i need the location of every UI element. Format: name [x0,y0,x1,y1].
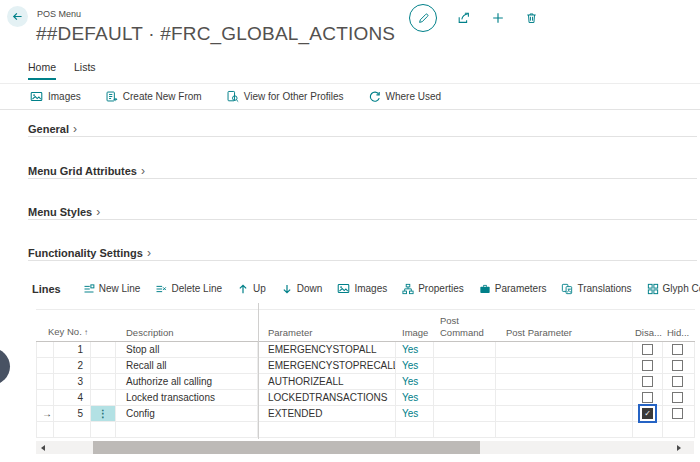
section-label: Menu Grid Attributes [28,165,137,177]
key-no-cell: 4 [54,390,91,405]
hidden-checkbox[interactable] [672,344,683,355]
down-arrow-icon [281,283,293,295]
new-line-button[interactable]: New Line [83,283,141,295]
where-used-button[interactable]: Where Used [368,90,442,103]
post-parameter-cell [496,422,633,437]
section-label: Functionality Settings [28,247,143,259]
view-for-other-profiles-button[interactable]: View for Other Profiles [226,90,344,103]
column-header[interactable]: Parameter [258,327,396,341]
new-plus-button[interactable] [491,11,505,25]
toolbar-button-label: Glyph Comparison [663,283,700,294]
lines-table: Key No. ↑DescriptionParameterImagePost C… [36,309,695,438]
fasttab-menu-grid-attributes[interactable]: Menu Grid Attributes› [28,161,697,179]
images-button[interactable]: Images [30,90,81,103]
row-selector-cell [36,374,54,389]
post-command-cell [434,342,496,357]
hidden-checkbox[interactable] [672,360,683,371]
tab-lists[interactable]: Lists [74,61,96,80]
hidden-checkbox[interactable] [672,392,683,403]
translations-icon [561,283,573,295]
horizontal-scrollbar[interactable] [36,441,694,454]
translations-button[interactable]: Translations [561,283,631,295]
properties-icon [402,283,414,295]
key-no-cell: 1 [54,342,91,357]
lines-toolbar: Lines New LineDelete LineUpDownImagesPro… [32,276,680,301]
fasttab-functionality-settings[interactable]: Functionality Settings› [28,243,697,261]
tab-strip: HomeLists [28,61,96,80]
parameters-button[interactable]: Parameters [479,283,547,295]
disabled-cell [633,342,663,357]
row-selector-cell: → [36,406,54,421]
post-parameter-cell [496,358,633,373]
row-menu-dots-icon[interactable]: ⋮ [91,406,116,421]
parameter-cell [258,422,396,437]
parameters-icon [479,283,491,295]
column-header[interactable]: Description [116,327,258,341]
table-row[interactable]: 3Authorize all callingAUTHORIZEALLYes [36,374,695,390]
scroll-left-icon[interactable] [41,445,45,451]
hidden-checkbox[interactable] [672,376,683,387]
table-row[interactable]: 2Recall allEMERGENCYSTOPRECALLYes [36,358,695,374]
create-new-from-icon [105,90,118,103]
table-row[interactable] [36,422,695,438]
disabled-checkbox[interactable] [642,376,653,387]
key-no-cell [54,422,91,437]
table-row[interactable]: 1Stop allEMERGENCYSTOPALLYes [36,342,695,358]
disabled-checkbox[interactable] [642,392,653,403]
image-yes-link[interactable]: Yes [402,360,418,371]
column-header[interactable]: Image [396,327,434,341]
delete-trash-button[interactable] [525,11,538,25]
row-menu-cell [91,358,116,373]
edit-pencil-button[interactable] [409,4,437,32]
row-selector-cell [36,390,54,405]
column-header[interactable]: Post Command [434,315,496,341]
up-button[interactable]: Up [237,283,266,295]
image-yes-link[interactable]: Yes [402,344,418,355]
disabled-checkbox[interactable] [642,408,653,419]
column-header[interactable]: Hid... [663,327,695,341]
edge-floating-badge[interactable] [0,348,10,385]
chevron-right-icon: › [141,164,145,178]
row-selector-cell [36,422,54,437]
chevron-right-icon: › [96,205,100,219]
disabled-checkbox[interactable] [642,360,653,371]
image-yes-link[interactable]: Yes [402,392,418,403]
column-header[interactable] [91,338,116,341]
images-button[interactable]: Images [337,282,387,295]
hidden-cell [663,358,695,373]
glyph-comparison-button[interactable]: Glyph Comparison [647,283,700,295]
properties-button[interactable]: Properties [402,283,464,295]
column-header[interactable]: Key No. ↑ [36,326,91,341]
parameter-cell: EXTENDED [258,406,396,421]
scroll-right-icon[interactable] [677,445,681,451]
key-no-cell: 2 [54,358,91,373]
table-row[interactable]: 4Locked transactionsLOCKEDTRANSACTIONSYe… [36,390,695,406]
table-row[interactable]: →5⋮ConfigEXTENDEDYes [36,406,695,422]
post-parameter-cell [496,342,633,357]
tab-home[interactable]: Home [28,61,56,80]
disabled-cell [633,390,663,405]
active-row-arrow-icon: → [42,408,52,419]
image-yes-link[interactable]: Yes [402,376,418,387]
column-header[interactable]: Post Parameter [496,327,633,341]
new-line-icon [83,283,95,295]
back-button[interactable] [7,6,28,27]
key-no-cell: 3 [54,374,91,389]
action-label: Where Used [386,91,442,102]
create-new-from-button[interactable]: Create New From [105,90,202,103]
hidden-checkbox[interactable] [672,408,683,419]
column-header[interactable]: Disa... [633,327,663,341]
delete-line-button[interactable]: Delete Line [155,283,222,295]
post-command-cell [434,374,496,389]
fasttab-menu-styles[interactable]: Menu Styles› [28,202,697,220]
chevron-right-icon: › [147,246,151,260]
row-menu-cell [91,342,116,357]
post-command-cell [434,422,496,437]
scrollbar-thumb[interactable] [93,441,480,454]
disabled-checkbox[interactable] [642,344,653,355]
image-yes-link[interactable]: Yes [402,408,418,419]
fasttab-general[interactable]: General› [28,119,697,137]
down-button[interactable]: Down [281,283,323,295]
share-button[interactable] [457,11,471,25]
disabled-cell [633,422,663,437]
